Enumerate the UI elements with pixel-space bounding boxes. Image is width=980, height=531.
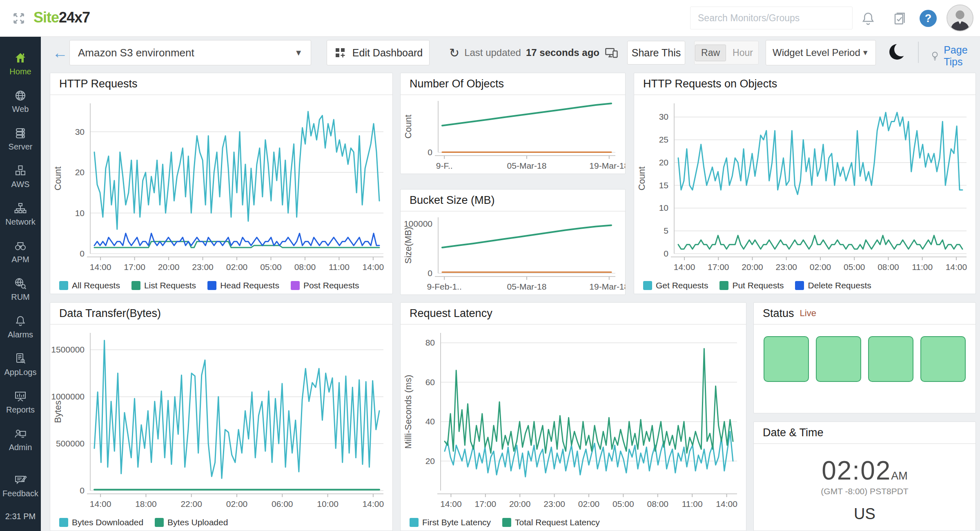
page-tips-button[interactable]: Page Tips xyxy=(929,44,980,68)
sidebar-label: Home xyxy=(9,67,31,76)
svg-text:14:00: 14:00 xyxy=(90,499,111,509)
raw-hour-toggle: Raw Hour xyxy=(694,41,759,65)
sidebar-item-feedback[interactable]: Feedback xyxy=(0,467,41,504)
last-updated-value: 17 seconds ago xyxy=(526,47,599,58)
bell-icon[interactable] xyxy=(860,11,876,27)
legend-item[interactable]: Delete Requests xyxy=(795,281,871,290)
svg-text:14:00: 14:00 xyxy=(946,262,967,272)
back-arrow-button[interactable]: ← xyxy=(52,44,68,62)
legend-label: Bytes Uploaded xyxy=(167,518,228,527)
svg-text:9-Feb-1..: 9-Feb-1.. xyxy=(427,282,462,291)
sidebar-label: RUM xyxy=(11,292,30,302)
search-input[interactable] xyxy=(690,7,853,29)
sidebar-label: Network xyxy=(5,217,35,227)
svg-text:23:00: 23:00 xyxy=(192,262,214,272)
legend-item[interactable]: All Requests xyxy=(59,281,120,290)
refresh-icon[interactable]: ↻ xyxy=(449,46,459,60)
legend-item[interactable]: Get Requests xyxy=(643,281,708,290)
svg-text:05:00: 05:00 xyxy=(844,262,865,272)
sidebar-item-admin[interactable]: Admin xyxy=(0,421,41,458)
edit-dashboard-label: Edit Dashboard xyxy=(352,47,423,59)
date-time-body: 02:02AM (GMT -8:00) PST8PDT US 23 Mar 20… xyxy=(754,445,976,531)
sidebar-item-reports[interactable]: Reports xyxy=(0,383,41,421)
chart-bucket-size: 0100000Size(MB)9-Feb-1..05-Mar-1819-Mar-… xyxy=(401,211,625,291)
help-icon[interactable]: ? xyxy=(920,10,937,27)
lightbulb-icon xyxy=(929,49,940,63)
toggle-hour[interactable]: Hour xyxy=(728,45,758,61)
chart-canvas-http_requests: 0102030Count14:0017:0020:0023:0002:0005:… xyxy=(50,96,392,274)
network-icon xyxy=(14,202,27,215)
site24x7-logo[interactable]: Site24x7 xyxy=(33,9,90,26)
sidebar-item-web[interactable]: Web xyxy=(0,83,41,120)
share-this-button[interactable]: Share This xyxy=(627,41,685,65)
legend-item[interactable]: Bytes Downloaded xyxy=(59,518,143,527)
dark-mode-moon-icon[interactable] xyxy=(889,44,906,61)
legend-item[interactable]: List Requests xyxy=(131,281,196,290)
svg-text:11:00: 11:00 xyxy=(682,499,703,509)
sidebar-nav: Home Web Server AWS Network APM RUM Alar… xyxy=(0,37,41,531)
legend-item[interactable]: Post Requests xyxy=(291,281,359,290)
edit-dashboard-button[interactable]: Edit Dashboard xyxy=(327,40,430,65)
svg-text:17:00: 17:00 xyxy=(475,499,497,509)
admin-icon xyxy=(14,427,27,440)
sidebar-item-network[interactable]: Network xyxy=(0,195,41,233)
svg-text:02:00: 02:00 xyxy=(578,499,600,509)
svg-text:Count: Count xyxy=(637,167,647,191)
status-square[interactable] xyxy=(816,336,861,382)
svg-text:11:00: 11:00 xyxy=(912,262,933,272)
svg-text:Milli-Seconds (ms): Milli-Seconds (ms) xyxy=(403,375,413,449)
sidebar-item-applogs[interactable]: AppLogs xyxy=(0,346,41,383)
status-square[interactable] xyxy=(868,336,913,382)
svg-text:500000: 500000 xyxy=(56,439,85,448)
legend-label: Delete Requests xyxy=(808,281,871,290)
sidebar-item-home[interactable]: Home xyxy=(0,45,41,83)
user-avatar[interactable] xyxy=(947,4,973,31)
svg-text:23:00: 23:00 xyxy=(775,262,797,272)
legend-label: Total Request Latency xyxy=(515,518,600,527)
top-header: Site24x7 ? xyxy=(0,0,980,37)
sidebar-item-aws[interactable]: AWS xyxy=(0,158,41,195)
sidebar-item-rum[interactable]: RUM xyxy=(0,270,41,308)
svg-text:05:00: 05:00 xyxy=(612,499,634,509)
reports-icon xyxy=(14,390,27,403)
svg-text:14:00: 14:00 xyxy=(90,262,111,272)
svg-text:22:00: 22:00 xyxy=(180,499,202,509)
legend-item[interactable]: Head Requests xyxy=(207,281,279,290)
legend-label: List Requests xyxy=(144,281,196,290)
svg-text:19-Mar-18: 19-Mar-18 xyxy=(589,161,625,170)
toggle-raw[interactable]: Raw xyxy=(695,45,726,61)
legend-item[interactable]: Total Request Latency xyxy=(502,518,600,527)
legend-swatch xyxy=(410,518,419,527)
svg-text:60: 60 xyxy=(425,377,435,387)
dashboard-selector[interactable]: Amazon S3 environment ▼ xyxy=(69,40,311,65)
panel-data-transfer: Data Transfer(Bytes) 0500000100000015000… xyxy=(50,302,393,531)
svg-text:80: 80 xyxy=(425,338,435,347)
svg-text:05-Mar-18: 05-Mar-18 xyxy=(507,161,547,170)
tasks-icon[interactable] xyxy=(891,11,907,27)
panel-title: Date & Time xyxy=(754,422,976,444)
svg-text:0: 0 xyxy=(428,147,432,157)
legend-label: First Byte Latency xyxy=(422,518,491,527)
svg-text:11:00: 11:00 xyxy=(329,262,350,272)
svg-text:1500000: 1500000 xyxy=(51,345,85,354)
status-square[interactable] xyxy=(764,336,809,382)
legend-item[interactable]: Put Requests xyxy=(719,281,784,290)
svg-text:14:00: 14:00 xyxy=(363,499,384,509)
rum-globe-search-icon xyxy=(14,277,27,290)
panel-title: Bucket Size (MB) xyxy=(401,190,625,212)
legend-item[interactable]: Bytes Uploaded xyxy=(155,518,228,527)
legend-swatch xyxy=(719,281,728,290)
legend-item[interactable]: First Byte Latency xyxy=(410,518,491,527)
widget-level-period-selector[interactable]: Widget Level Period ▼ xyxy=(766,40,876,65)
aws-cubes-icon xyxy=(14,164,27,177)
status-squares xyxy=(754,326,976,413)
svg-text:Count: Count xyxy=(53,167,63,191)
sidebar-label: Feedback xyxy=(2,489,38,498)
sidebar-item-apm[interactable]: APM xyxy=(0,233,41,270)
panel-title: HTTP Requests on Objects xyxy=(634,73,976,95)
expand-icon[interactable] xyxy=(11,10,27,27)
status-square[interactable] xyxy=(920,336,966,382)
sidebar-item-server[interactable]: Server xyxy=(0,120,41,158)
devices-icon[interactable] xyxy=(604,45,619,60)
sidebar-item-alarms[interactable]: Alarms xyxy=(0,308,41,346)
